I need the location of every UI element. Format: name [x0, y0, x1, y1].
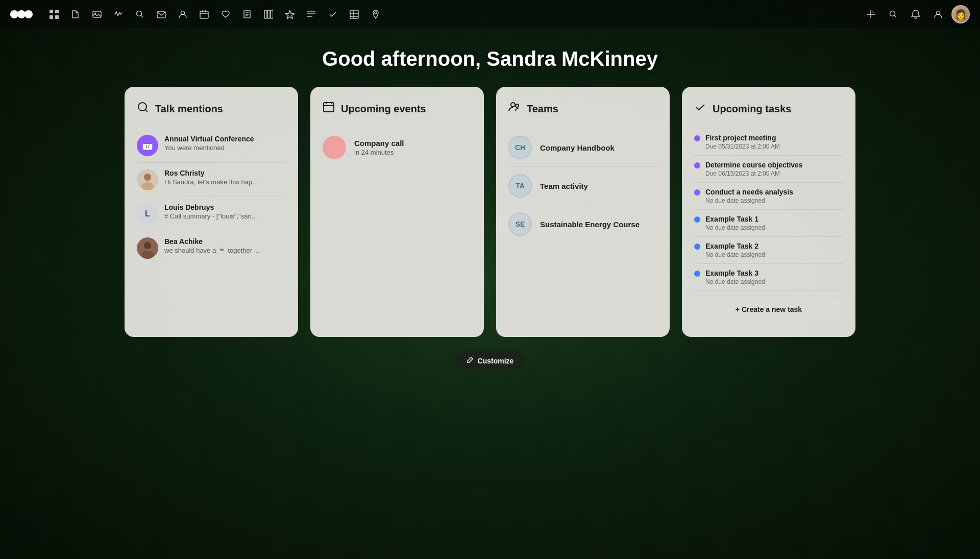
svg-point-32	[511, 103, 515, 107]
greeting-section: Good afternoon, Sandra McKinney	[0, 28, 980, 87]
user-avatar[interactable]: 👩	[951, 5, 970, 23]
svg-point-17	[375, 12, 377, 14]
svg-point-2	[24, 10, 33, 18]
svg-point-27	[141, 182, 154, 190]
news-icon[interactable]	[302, 5, 321, 23]
mention-text-annual: Annual Virtual Conference You were menti…	[164, 135, 254, 152]
maps-icon[interactable]	[366, 5, 385, 23]
task-dot-3	[694, 189, 700, 196]
notifications-icon[interactable]	[906, 5, 925, 23]
top-navigation: 👩	[0, 0, 980, 28]
customize-bar: Customize	[0, 351, 980, 370]
upcoming-events-header: Upcoming events	[323, 101, 472, 116]
starred-icon[interactable]	[281, 5, 299, 23]
app-logo[interactable]	[10, 8, 33, 20]
add-plus-icon[interactable]	[862, 5, 880, 23]
talk-mentions-widget: Talk mentions 17 Annual Virtual Conferen…	[125, 87, 298, 337]
teams-widget: Teams CH Company Handbook TA Team activi…	[496, 87, 670, 337]
teams-header: Teams	[508, 101, 657, 116]
svg-rect-23	[142, 141, 153, 144]
svg-text:17: 17	[145, 144, 150, 149]
mention-avatar-louis: L	[137, 203, 158, 225]
task-dot-5	[694, 244, 700, 250]
customize-pencil-icon	[467, 356, 474, 365]
tables-icon[interactable]	[345, 5, 363, 23]
svg-rect-3	[50, 10, 53, 13]
upcoming-events-widget: Upcoming events Company call in 24 minut…	[310, 87, 484, 337]
mention-avatar-bea	[137, 237, 158, 259]
create-task-button[interactable]: + Create a new task	[694, 299, 843, 320]
mention-item-annual-conference[interactable]: 17 Annual Virtual Conference You were me…	[137, 129, 286, 163]
team-avatar-se: SE	[508, 212, 532, 236]
team-name-se: Sustainable Energy Course	[540, 220, 640, 229]
topnav-right: 👩	[862, 5, 970, 23]
apps-icon[interactable]	[45, 5, 63, 23]
team-item-team-activity[interactable]: TA Team activity	[508, 167, 657, 205]
team-item-sustainable-energy[interactable]: SE Sustainable Energy Course	[508, 205, 657, 243]
task-text-4: Example Task 1 No due date assigned	[705, 215, 765, 231]
mail-icon[interactable]	[152, 5, 170, 23]
team-item-company-handbook[interactable]: CH Company Handbook	[508, 129, 657, 167]
upcoming-events-title: Upcoming events	[341, 103, 426, 115]
teams-icon	[508, 101, 521, 116]
customize-button[interactable]: Customize	[455, 351, 525, 370]
task-item-determine-course-objectives[interactable]: Determine course objectives Due 06/15/20…	[694, 156, 843, 183]
talk-icon	[137, 101, 149, 116]
team-avatar-ta: TA	[508, 174, 532, 198]
task-dot-1	[694, 135, 700, 141]
search-nav-icon[interactable]	[884, 5, 902, 23]
task-text-2: Determine course objectives Due 06/15/20…	[705, 161, 803, 177]
upcoming-tasks-header: Upcoming tasks	[694, 101, 843, 116]
mention-item-bea[interactable]: Bea Achike we should have a ☕ together .…	[137, 231, 286, 265]
svg-rect-6	[55, 15, 59, 19]
task-dot-2	[694, 162, 700, 168]
greeting-text: Good afternoon, Sandra McKinney	[0, 47, 980, 70]
svg-rect-12	[200, 11, 208, 18]
tasks-icon[interactable]	[324, 5, 342, 23]
task-item-example-task-1[interactable]: Example Task 1 No due date assigned	[694, 210, 843, 237]
svg-point-26	[144, 174, 151, 181]
contacts-icon[interactable]	[174, 5, 192, 23]
event-text: Company call in 24 minutes	[354, 139, 404, 156]
task-text-1: First project meeting Due 05/31/2023 at …	[705, 134, 780, 150]
mention-text-bea: Bea Achike we should have a ☕ together .…	[164, 237, 260, 254]
task-item-first-project-meeting[interactable]: First project meeting Due 05/31/2023 at …	[694, 129, 843, 156]
upcoming-tasks-widget: Upcoming tasks First project meeting Due…	[682, 87, 855, 337]
events-calendar-icon	[323, 101, 335, 116]
customize-label: Customize	[478, 357, 514, 365]
heart-icon[interactable]	[216, 5, 235, 23]
team-name-ta: Team activity	[540, 182, 588, 190]
svg-rect-31	[324, 103, 334, 112]
task-item-conduct-needs-analysis[interactable]: Conduct a needs analysis No due date ass…	[694, 183, 843, 210]
event-item-company-call[interactable]: Company call in 24 minutes	[323, 129, 472, 166]
svg-rect-16	[350, 10, 358, 18]
contacts-nav2-icon[interactable]	[929, 5, 947, 23]
svg-point-29	[144, 242, 151, 249]
svg-rect-14	[267, 10, 270, 18]
nav-icons	[45, 5, 862, 23]
mention-avatar-ros	[137, 169, 158, 190]
task-item-example-task-3[interactable]: Example Task 3 No due date assigned	[694, 264, 843, 291]
notes-icon[interactable]	[238, 5, 256, 23]
task-text-3: Conduct a needs analysis No due date ass…	[705, 188, 793, 204]
tasks-check-icon	[694, 101, 706, 116]
svg-rect-4	[55, 10, 59, 13]
widgets-container: Talk mentions 17 Annual Virtual Conferen…	[0, 87, 980, 337]
talk-mentions-header: Talk mentions	[137, 101, 286, 116]
photos-icon[interactable]	[88, 5, 106, 23]
svg-point-0	[10, 10, 18, 18]
task-item-example-task-2[interactable]: Example Task 2 No due date assigned	[694, 237, 843, 264]
activity-icon[interactable]	[109, 5, 128, 23]
svg-rect-5	[50, 15, 53, 19]
svg-point-33	[516, 104, 519, 107]
teams-title: Teams	[527, 103, 558, 115]
mention-item-louis[interactable]: L Louis Debruys # Call summary - ["louis…	[137, 197, 286, 231]
deck-icon[interactable]	[259, 5, 278, 23]
calendar-nav-icon[interactable]	[195, 5, 213, 23]
svg-point-30	[141, 251, 154, 259]
files-icon[interactable]	[66, 5, 85, 23]
team-avatar-ch: CH	[508, 136, 532, 159]
search-icon[interactable]	[131, 5, 149, 23]
event-dot	[323, 136, 346, 159]
mention-item-ros[interactable]: Ros Christy Hi Sandra, let's make this h…	[137, 163, 286, 197]
